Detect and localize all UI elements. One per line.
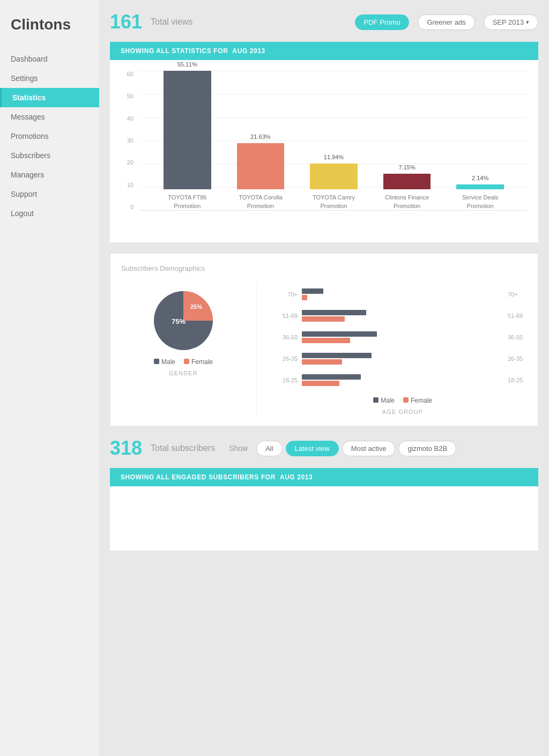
- filter-latest-view-button[interactable]: Latest view: [286, 441, 339, 456]
- bar-pct-camry: 11.94%: [324, 154, 344, 160]
- pie-chart-svg: 75% 25%: [146, 283, 221, 358]
- age-bars-18-25: [302, 374, 503, 386]
- y-label-60: 60: [127, 71, 133, 77]
- age-bar-female-18-25: [302, 381, 339, 386]
- greener-ads-button[interactable]: Greener ads: [418, 14, 474, 30]
- age-bar-male-18-25: [302, 374, 361, 380]
- age-bars-26-35: [302, 353, 503, 365]
- subscribers-section: 318 Total subscribers Show All Latest vi…: [110, 437, 538, 551]
- age-female-legend: Female: [403, 397, 432, 404]
- logo: Clintons: [0, 11, 99, 49]
- y-axis: 60 50 40 30 20 10 0: [121, 71, 137, 210]
- y-label-50: 50: [127, 93, 133, 99]
- statistics-banner: SHOWING ALL STATISTICS FOR AUG 2013: [110, 42, 538, 60]
- bar-group-camry: 11.94% TOYOTA CamryPromotion: [297, 61, 370, 210]
- bar-pct-corolla: 21.63%: [250, 134, 270, 140]
- statistics-banner-prefix: SHOWING ALL STATISTICS FOR: [121, 47, 228, 55]
- sidebar-item-support[interactable]: Support: [0, 184, 99, 204]
- total-views-label: Total views: [151, 17, 192, 27]
- age-row-36-50: 36-50 36-50: [278, 331, 527, 343]
- age-bars-36-50: [302, 331, 503, 343]
- sidebar-item-messages[interactable]: Messages: [0, 107, 99, 127]
- bars-container: 55.11% TOYOTA FT86Promotion 21.63% TOYOT…: [140, 71, 528, 210]
- bar-service: 2.14%: [456, 184, 504, 190]
- age-bar-male-36-50: [302, 331, 377, 337]
- subscribers-header: 318 Total subscribers Show All Latest vi…: [110, 437, 538, 459]
- age-row-51-69: 51-69 51-69: [278, 310, 527, 322]
- age-section: 70+ 70+ 51-69 51-69: [268, 283, 527, 415]
- filter-all-button[interactable]: All: [256, 441, 282, 456]
- bar-group-ft86: 55.11% TOYOTA FT86Promotion: [151, 61, 224, 210]
- age-bars-70plus: [302, 288, 503, 300]
- pie-legend: Male Female: [154, 358, 213, 366]
- bar-group-corolla: 21.63% TOYOTA CorollaPromotion: [224, 61, 298, 210]
- sidebar-item-dashboard[interactable]: Dashboard: [0, 49, 99, 69]
- age-label-36-50-right: 36-50: [508, 334, 527, 340]
- y-label-40: 40: [127, 115, 133, 122]
- sidebar-item-subscribers[interactable]: Subscribers: [0, 146, 99, 165]
- sidebar-item-managers[interactable]: Managers: [0, 165, 99, 184]
- age-group-legend: Male Female: [278, 397, 527, 404]
- age-row-70plus: 70+ 70+: [278, 288, 527, 300]
- y-label-10: 10: [127, 182, 133, 188]
- age-bar-male-51-69: [302, 310, 366, 315]
- age-label-36-50-left: 36-50: [278, 334, 298, 340]
- bar-chart-wrapper: 60 50 40 30 20 10 0: [121, 71, 528, 232]
- bar-label-corolla: TOYOTA CorollaPromotion: [239, 194, 283, 210]
- y-label-20: 20: [127, 159, 133, 166]
- age-label-51-69-right: 51-69: [508, 313, 527, 319]
- sidebar-item-settings[interactable]: Settings: [0, 69, 99, 88]
- age-bar-male-70plus: [302, 288, 323, 294]
- main-content: 161 Total views PDF Promo Greener ads SE…: [99, 0, 549, 756]
- subscribers-content-area: [110, 486, 538, 551]
- sidebar-item-statistics[interactable]: Statistics: [0, 88, 99, 107]
- total-views-number: 161: [110, 11, 142, 33]
- bar-corolla: 21.63%: [237, 143, 285, 189]
- y-label-30: 30: [127, 137, 133, 144]
- bar-label-service: Service DealsPromotion: [462, 194, 499, 210]
- show-label: Show: [229, 444, 248, 453]
- svg-text:75%: 75%: [172, 317, 186, 325]
- bar-camry: 11.94%: [310, 164, 358, 189]
- age-label-18-25-right: 18-25: [508, 377, 527, 383]
- age-bar-female-36-50: [302, 338, 350, 343]
- sidebar: Clintons Dashboard Settings Statistics M…: [0, 0, 99, 756]
- sidebar-item-logout[interactable]: Logout: [0, 204, 99, 223]
- bar-label-ft86: TOYOTA FT86Promotion: [168, 194, 206, 210]
- statistics-banner-period: AUG 2013: [232, 47, 265, 55]
- demographics-content: 75% 25% Male Female GENDER 70+: [121, 283, 527, 415]
- bar-clintons: 7.15%: [383, 174, 431, 189]
- age-group-title: AGE GROUP: [278, 409, 527, 415]
- demographics-card: Subscribers Demographics 75% 25% Ma: [110, 253, 538, 426]
- age-row-26-35: 26-35 26-35: [278, 353, 527, 365]
- pie-section: 75% 25% Male Female GENDER: [121, 283, 246, 415]
- svg-text:25%: 25%: [190, 303, 202, 310]
- age-bar-female-51-69: [302, 316, 345, 322]
- age-label-51-69-left: 51-69: [278, 313, 298, 319]
- stats-header: 161 Total views PDF Promo Greener ads SE…: [110, 11, 538, 33]
- bar-group-service: 2.14% Service DealsPromotion: [443, 61, 517, 210]
- demographics-title: Subscribers Demographics: [121, 264, 527, 272]
- filter-buttons: All Latest view Most active gizmoto B2B: [256, 441, 456, 456]
- subscribers-banner-period: AUG 2013: [280, 473, 313, 481]
- month-selector-button[interactable]: SEP 2013: [484, 14, 538, 30]
- bar-pct-service: 2.14%: [472, 175, 488, 181]
- divider: [256, 283, 257, 415]
- age-label-70plus-right: 70+: [508, 291, 527, 298]
- bar-chart-card: 60 50 40 30 20 10 0: [110, 60, 538, 242]
- bar-group-clintons: 7.15% Clintons FinancePromotion: [370, 61, 444, 210]
- nav-list: Dashboard Settings Statistics Messages P…: [0, 49, 99, 223]
- sidebar-item-promotions[interactable]: Promotions: [0, 127, 99, 146]
- pdf-promo-button[interactable]: PDF Promo: [355, 14, 410, 30]
- subscribers-label: Total subscribers: [151, 443, 215, 453]
- filter-most-active-button[interactable]: Most active: [342, 441, 396, 456]
- female-legend-dot: [184, 359, 189, 364]
- age-label-26-35-right: 26-35: [508, 355, 527, 362]
- age-male-dot: [373, 397, 379, 403]
- filter-gizmoto-button[interactable]: gizmoto B2B: [398, 441, 456, 456]
- age-bars-51-69: [302, 310, 503, 322]
- male-legend-item: Male: [154, 358, 175, 366]
- age-label-26-35-left: 26-35: [278, 355, 298, 362]
- age-row-18-25: 18-25 18-25: [278, 374, 527, 386]
- bar-pct-clintons: 7.15%: [398, 164, 415, 171]
